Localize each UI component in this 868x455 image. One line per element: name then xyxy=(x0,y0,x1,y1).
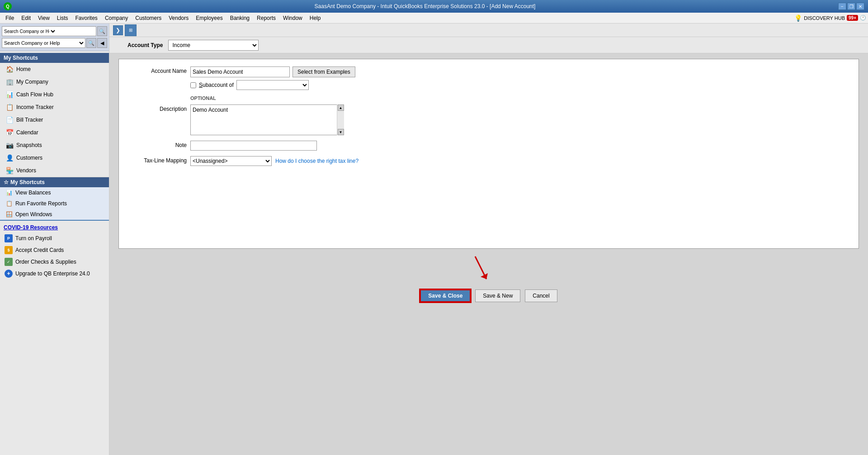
tax-line-select[interactable]: <Unassigned> xyxy=(190,156,272,166)
sidebar-item-income-tracker-label: Income Tracker xyxy=(16,104,54,110)
sidebar-item-cash-flow-hub[interactable]: 📊 Cash Flow Hub xyxy=(0,88,109,101)
shortcut-run-favorite-reports[interactable]: 📋 Run Favorite Reports xyxy=(0,198,109,209)
toggle-sidebar-button[interactable]: ❯ xyxy=(113,25,123,35)
description-scrollbar: ▲ ▼ xyxy=(337,104,344,135)
clock-icon: 🕐 xyxy=(860,15,866,21)
covid-credit-cards-label: Accept Credit Cards xyxy=(15,247,64,253)
menu-employees[interactable]: Employees xyxy=(192,14,226,22)
sidebar-item-calendar[interactable]: 📅 Calendar xyxy=(0,126,109,139)
menu-company[interactable]: Company xyxy=(101,14,132,22)
covid-item-checks[interactable]: ✓ Order Checks & Supplies xyxy=(0,256,109,268)
covid-item-credit-cards[interactable]: $ Accept Credit Cards xyxy=(0,244,109,256)
menu-vendors[interactable]: Vendors xyxy=(165,14,192,22)
sidebar-item-customers[interactable]: 👤 Customers xyxy=(0,152,109,164)
shortcut-open-windows-label: Open Windows xyxy=(15,211,52,218)
subaccount-select[interactable] xyxy=(236,80,309,90)
scroll-up-button[interactable]: ▲ xyxy=(338,104,344,111)
select-examples-button[interactable]: Select from Examples xyxy=(292,66,355,77)
search-input-2[interactable]: Search Company or Help xyxy=(2,38,85,48)
account-name-input[interactable] xyxy=(190,66,290,77)
content-area: ❯ ⊞ Account Type Income Expense Asset Li… xyxy=(109,24,868,455)
scroll-down-button[interactable]: ▼ xyxy=(338,129,344,135)
account-type-select[interactable]: Income Expense Asset Liability Equity Ot… xyxy=(168,40,259,51)
covid-checks-label: Order Checks & Supplies xyxy=(15,259,76,265)
customers-icon: 👤 xyxy=(5,154,14,162)
menu-banking[interactable]: Banking xyxy=(226,14,253,22)
sidebar-item-snapshots[interactable]: 📷 Snapshots xyxy=(0,139,109,152)
discovery-hub[interactable]: 💡 DISCOVERY HUB 99+ 🕐 xyxy=(794,14,866,22)
close-button[interactable]: ✕ xyxy=(856,3,864,10)
sidebar-item-income-tracker[interactable]: 📋 Income Tracker xyxy=(0,101,109,114)
search-button-2[interactable]: 🔍 xyxy=(86,38,96,48)
covid-item-payroll[interactable]: P Turn on Payroll xyxy=(0,232,109,244)
collapse-sidebar-button[interactable]: ◀ xyxy=(97,38,107,48)
account-name-input-row: Select from Examples xyxy=(190,66,355,77)
subaccount-checkbox[interactable] xyxy=(190,82,196,88)
minimize-button[interactable]: − xyxy=(838,3,846,10)
note-input[interactable] xyxy=(190,141,317,151)
restore-button[interactable]: ❐ xyxy=(847,3,855,10)
tax-line-field: <Unassigned> How do I choose the right t… xyxy=(190,156,359,166)
tax-line-label: Tax-Line Mapping xyxy=(128,156,187,164)
subaccount-row: Subaccount of xyxy=(190,80,355,90)
shortcut-run-reports-label: Run Favorite Reports xyxy=(15,200,67,207)
main-layout: Search Company or Help 🔍 Search Company … xyxy=(0,24,868,455)
title-bar: Q SaasAnt Demo Company - Intuit QuickBoo… xyxy=(0,0,868,13)
red-arrow-svg xyxy=(462,254,498,286)
menu-lists[interactable]: Lists xyxy=(53,14,72,22)
menu-bar: File Edit View Lists Favorites Company C… xyxy=(0,13,868,24)
save-new-button[interactable]: Save & New xyxy=(475,289,520,302)
tax-link[interactable]: How do I choose the right tax line? xyxy=(275,158,359,164)
search-button-1[interactable]: 🔍 xyxy=(97,26,107,36)
menu-favorites[interactable]: Favorites xyxy=(72,14,101,22)
sidebar-item-vendors[interactable]: 🏪 Vendors xyxy=(0,164,109,177)
bill-tracker-icon: 📄 xyxy=(5,116,14,124)
covid-payroll-label: Turn on Payroll xyxy=(15,235,52,242)
menu-window[interactable]: Window xyxy=(279,14,306,22)
covid-upgrade-label: Upgrade to QB Enterprise 24.0 xyxy=(15,270,90,277)
shortcuts-header: ☆ My Shortcuts xyxy=(0,177,109,187)
window-controls: − ❐ ✕ xyxy=(838,3,864,10)
search-type-select[interactable]: Search Company or Help xyxy=(2,28,57,34)
sidebar-item-bill-tracker[interactable]: 📄 Bill Tracker xyxy=(0,114,109,126)
sidebar-item-my-company[interactable]: 🏢 My Company xyxy=(0,76,109,88)
covid-header[interactable]: COVID-19 Resources xyxy=(0,223,109,232)
note-label: Note xyxy=(128,141,187,148)
description-textarea[interactable]: Demo Account xyxy=(190,104,344,135)
calendar-icon: 📅 xyxy=(5,128,14,137)
sidebar-item-my-company-label: My Company xyxy=(16,79,48,85)
menu-reports[interactable]: Reports xyxy=(253,14,279,22)
menu-file[interactable]: File xyxy=(2,14,18,22)
lightbulb-icon: 💡 xyxy=(794,14,802,22)
home-icon: 🏠 xyxy=(5,65,14,73)
search-area: Search Company or Help 🔍 Search Company … xyxy=(0,24,109,51)
vendors-icon: 🏪 xyxy=(5,166,14,175)
menu-help[interactable]: Help xyxy=(306,14,325,22)
menu-view[interactable]: View xyxy=(34,14,53,22)
income-tracker-icon: 📋 xyxy=(5,103,14,111)
shortcut-open-windows[interactable]: 🪟 Open Windows xyxy=(0,209,109,220)
sidebar-nav: My Shortcuts 🏠 Home 🏢 My Company 📊 Cash … xyxy=(0,51,109,455)
window-title: SaasAnt Demo Company - Intuit QuickBooks… xyxy=(12,3,838,9)
save-close-button[interactable]: Save & Close xyxy=(420,289,471,302)
sidebar-item-vendors-label: Vendors xyxy=(16,167,36,174)
view-balances-icon: 📊 xyxy=(5,189,13,196)
form-panel: Account Name Select from Examples Subacc… xyxy=(118,59,859,249)
menu-customers[interactable]: Customers xyxy=(132,14,165,22)
account-type-row: Account Type Income Expense Asset Liabil… xyxy=(109,37,868,53)
grid-view-button[interactable]: ⊞ xyxy=(125,24,137,36)
optional-label: OPTIONAL xyxy=(190,95,849,101)
subaccount-label: Subaccount of xyxy=(199,82,234,88)
shortcut-view-balances[interactable]: 📊 View Balances xyxy=(0,187,109,198)
sidebar-item-customers-label: Customers xyxy=(16,155,42,161)
account-name-field: Select from Examples Subaccount of xyxy=(190,66,355,90)
menu-edit[interactable]: Edit xyxy=(18,14,34,22)
covid-item-upgrade[interactable]: + Upgrade to QB Enterprise 24.0 xyxy=(0,268,109,280)
sidebar-item-cash-flow-hub-label: Cash Flow Hub xyxy=(16,91,53,98)
cancel-button[interactable]: Cancel xyxy=(525,289,557,302)
toolbar-strip: ❯ ⊞ xyxy=(109,24,868,37)
checks-icon: ✓ xyxy=(5,258,13,266)
sidebar-item-home[interactable]: 🏠 Home xyxy=(0,63,109,76)
notification-badge: 99+ xyxy=(847,15,858,21)
sidebar-item-bill-tracker-label: Bill Tracker xyxy=(16,117,43,123)
